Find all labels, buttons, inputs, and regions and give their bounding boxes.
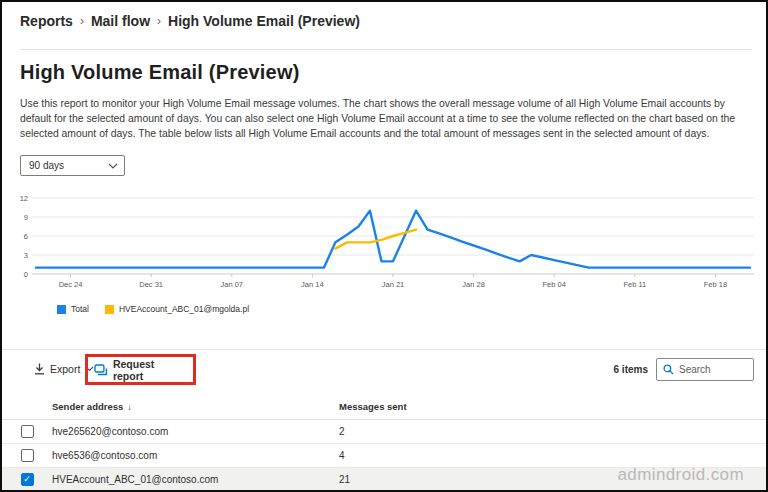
svg-text:6: 6 [24, 232, 28, 241]
row-checkbox[interactable] [21, 425, 34, 438]
svg-text:Feb 11: Feb 11 [623, 280, 646, 289]
chart-legend: Total HVEAccount_ABC_01@mgolda.pl [57, 304, 249, 314]
download-icon [34, 363, 45, 375]
export-label: Export [50, 363, 80, 375]
chart-canvas: 036912Dec 24Dec 31Jan 07Jan 14Jan 21Jan … [2, 190, 768, 292]
high-volume-email-report-page: Reports › Mail flow › High Volume Email … [0, 0, 768, 492]
legend-item-hveaccount[interactable]: HVEAccount_ABC_01@mgolda.pl [105, 304, 249, 314]
volume-chart: 036912Dec 24Dec 31Jan 07Jan 14Jan 21Jan … [2, 190, 768, 292]
svg-text:0: 0 [24, 270, 28, 279]
page-description: Use this report to monitor your High Vol… [20, 96, 755, 141]
svg-text:Dec 31: Dec 31 [139, 280, 163, 289]
row-checkbox-cell [2, 449, 52, 462]
legend-swatch-total [57, 305, 66, 314]
svg-text:3: 3 [24, 251, 28, 260]
sender-address-cell: hve265620@contoso.com [52, 426, 339, 437]
breadcrumb-separator: › [80, 14, 84, 28]
svg-text:Jan 07: Jan 07 [221, 280, 244, 289]
row-checkbox-cell [2, 425, 52, 438]
sender-address-cell: hve6536@contoso.com [52, 450, 339, 461]
request-report-button[interactable]: Request report [88, 358, 193, 382]
svg-text:Jan 28: Jan 28 [462, 280, 485, 289]
table-row[interactable]: hve265620@contoso.com 2 [2, 420, 768, 444]
messages-sent-header-label: Messages sent [339, 401, 407, 412]
breadcrumb-mail-flow[interactable]: Mail flow [91, 13, 150, 29]
watermark: admindroid.com [617, 465, 744, 485]
row-checkbox[interactable] [21, 449, 34, 462]
messages-sent-header[interactable]: Messages sent [339, 401, 768, 412]
toolbar-divider [2, 349, 768, 350]
breadcrumb-separator: › [157, 14, 161, 28]
search-input[interactable] [679, 364, 747, 375]
period-dropdown[interactable]: 90 days [20, 155, 125, 176]
sender-address-header-label: Sender address [52, 401, 123, 412]
annotation-highlight-box: Request report [85, 354, 196, 385]
legend-item-total[interactable]: Total [57, 304, 89, 314]
breadcrumb-reports[interactable]: Reports [20, 13, 73, 29]
svg-text:Dec 24: Dec 24 [59, 280, 83, 289]
svg-text:Feb 04: Feb 04 [543, 280, 566, 289]
search-box[interactable] [656, 358, 754, 381]
header-divider [20, 49, 752, 50]
chevron-down-icon [108, 163, 118, 169]
svg-text:9: 9 [24, 213, 28, 222]
sender-address-header[interactable]: Sender address↓ [52, 401, 339, 412]
row-checkbox[interactable]: ✓ [21, 473, 34, 486]
legend-label-hveaccount: HVEAccount_ABC_01@mgolda.pl [119, 304, 249, 314]
svg-text:Jan 21: Jan 21 [382, 280, 405, 289]
svg-text:12: 12 [20, 194, 28, 203]
sender-table-header: Sender address↓ Messages sent [2, 394, 768, 420]
messages-sent-cell: 4 [339, 450, 768, 461]
breadcrumb-current-page: High Volume Email (Preview) [168, 13, 360, 29]
legend-label-total: Total [71, 304, 89, 314]
toolbar: Export Request report 6 items [2, 354, 768, 388]
page-title: High Volume Email (Preview) [20, 61, 300, 84]
request-report-label: Request report [113, 358, 187, 382]
search-icon [663, 364, 674, 375]
request-report-icon [94, 364, 108, 376]
breadcrumb: Reports › Mail flow › High Volume Email … [20, 13, 360, 29]
period-dropdown-value: 90 days [29, 160, 64, 171]
svg-text:Feb 18: Feb 18 [704, 280, 727, 289]
legend-swatch-hveaccount [105, 305, 114, 314]
sort-descending-icon: ↓ [127, 402, 132, 412]
row-checkbox-cell: ✓ [2, 473, 52, 486]
svg-text:Jan 14: Jan 14 [301, 280, 324, 289]
sender-address-cell: HVEAccount_ABC_01@contoso.com [52, 474, 339, 485]
items-count: 6 items [614, 364, 648, 375]
messages-sent-cell: 2 [339, 426, 768, 437]
